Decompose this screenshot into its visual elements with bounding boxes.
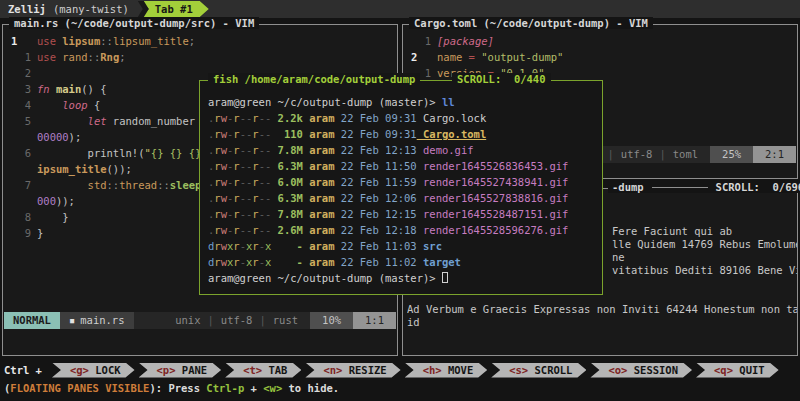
line-number: 6 (7, 145, 31, 161)
prompt-branch: (master)> (379, 272, 442, 284)
keybar-item-scroll[interactable]: <s> SCROLL (491, 363, 586, 378)
shell-output: aram@green ~/c/output-dump (master)> ll.… (200, 81, 602, 286)
bottom-right-pane-title: -dump SCROLL: 0/696 (608, 181, 800, 193)
file-owner: aram (303, 208, 335, 220)
listing-row: .rw-r--r-- 6.3M aram 22 Feb 12:06 render… (208, 190, 602, 206)
cursor-position: 2:1 (753, 146, 796, 163)
file-owner: aram (303, 192, 335, 204)
scroll-indicator: SCROLL: 0/440 (452, 73, 551, 85)
floating-terminal-pane[interactable]: fish /home/aram/code/output-dump SCROLL:… (199, 80, 603, 295)
line-number: 2 (407, 49, 431, 65)
statusbar-fileinfo: unix|utf-8|rust (175, 312, 298, 329)
file-date: 22 Feb 12:18 (335, 224, 417, 236)
listing-row: .rw-r--r-- 2.2k aram 22 Feb 09:31 Cargo.… (208, 110, 602, 126)
border-line (652, 187, 708, 188)
file-name: demo.gif (417, 144, 474, 156)
shell-prompt: aram@green ~/c/output-dump (master)> ll (208, 94, 602, 110)
code-token: fn (37, 83, 56, 95)
modified-icon: ▪ (69, 314, 75, 326)
code-token: main (56, 83, 81, 95)
file-name: target (417, 256, 461, 268)
code-token: { (88, 99, 101, 111)
file-name: render1645527438941.gif (417, 176, 569, 188)
left-pane-title: main.rs (~/code/output-dump/src) - VIM (9, 17, 259, 29)
code-token: println! (37, 147, 138, 159)
file-size: 7.8M (271, 144, 303, 156)
code-token: Rng (100, 51, 119, 63)
output-line: Ad Verbum e Graecis Expressas non Inviti… (407, 303, 797, 316)
prompt-user: aram@green (208, 96, 278, 108)
file-date: 22 Feb 09:31 (335, 112, 417, 124)
code-line: 1use rand::Rng; (7, 49, 397, 65)
file-owner: aram (303, 112, 335, 124)
code-token: )); (56, 195, 75, 207)
file-owner: aram (303, 144, 335, 156)
code-token: ; (119, 51, 125, 63)
vim-mode-indicator: NORMAL (4, 312, 60, 329)
left-vim-statusbar: NORMAL ▪main.rs unix|utf-8|rust 10% 1:1 (4, 312, 396, 329)
file-permissions: .rw-r--r-- (208, 208, 271, 220)
code-token: thread (119, 179, 157, 191)
code-token: "output-dump" (481, 51, 563, 63)
keybar-item-move[interactable]: <h> MOVE (405, 363, 488, 378)
prompt-command: ll (442, 96, 455, 108)
code-line: 1use lipsum::lipsum_title; (7, 33, 397, 49)
file-permissions: .rw-r--r-- (208, 144, 271, 156)
keybar-item-lock[interactable]: <g> LOCK (52, 363, 135, 378)
keybar-key: <h> (423, 364, 448, 376)
keybar-item-tab[interactable]: <t> TAB (225, 363, 301, 378)
statusbar-filename: ▪main.rs (60, 312, 134, 329)
shell-prompt[interactable]: aram@green ~/c/output-dump (master)> (208, 270, 602, 286)
code-token: use (37, 51, 62, 63)
keybar-label: SCROLL (535, 364, 573, 376)
keybar-item-resize[interactable]: <n> RESIZE (305, 363, 400, 378)
code-token: lipsum_title (113, 35, 189, 47)
code-token: [package] (437, 35, 494, 47)
keybar-item-session[interactable]: <o> SESSION (590, 363, 692, 378)
file-size: 6.3M (271, 192, 303, 204)
line-number: 1 (7, 49, 31, 65)
code-token: :: (88, 51, 101, 63)
line-number: 7 (7, 177, 31, 193)
code-token: std (88, 179, 107, 191)
listing-row: .rw-r--r-- 7.8M aram 22 Feb 12:15 render… (208, 206, 602, 222)
prompt-path: ~/c/output-dump (278, 272, 379, 284)
keybar-item-pane[interactable]: <p> PANE (139, 363, 222, 378)
file-permissions: .rw-r--r-- (208, 128, 271, 140)
file-permissions: .rw-r--r-- (208, 176, 271, 188)
keybar-key: <g> (70, 364, 95, 376)
file-date: 22 Feb 09:31 (335, 128, 417, 140)
code-token: let (88, 115, 107, 127)
file-date: 22 Feb 11:50 (335, 160, 417, 172)
file-date: 22 Feb 11:59 (335, 176, 417, 188)
line-number: 1 (7, 33, 31, 49)
file-permissions: .rw-r--r-- (208, 160, 271, 172)
code-token: loop (62, 99, 87, 111)
app-title: Zellij (8, 3, 46, 15)
file-size: - (271, 256, 303, 268)
file-name: src (417, 240, 442, 252)
file-date: 22 Feb 12:06 (335, 192, 417, 204)
line-number: 9 (7, 225, 31, 241)
hint-key-w: <w> (263, 382, 282, 394)
code-token: } (37, 227, 43, 239)
code-token: {} (151, 147, 164, 159)
code-token: () { (81, 83, 106, 95)
keybar-item-quit[interactable]: <q> QUIT (696, 363, 779, 378)
cursor-position: 1:1 (353, 312, 396, 329)
file-permissions: drwxr-xr-x (208, 240, 271, 252)
tab-1[interactable]: Tab #1 (141, 1, 209, 17)
code-token: } (37, 211, 69, 223)
hint-bar: (FLOATING PANES VISIBLE): Press Ctrl-p +… (0, 380, 800, 396)
keybar-key: <n> (323, 364, 348, 376)
prompt-user: aram@green (208, 272, 278, 284)
file-owner: aram (303, 160, 335, 172)
code-token (37, 99, 62, 111)
top-bar: Zellij (many-twist) Tab #1 (0, 0, 800, 18)
listing-row: .rw-r--r-- 110 aram 22 Feb 09:31 Cargo.t… (208, 126, 602, 142)
line-number: 4 (7, 97, 31, 113)
output-line: id (407, 316, 797, 329)
code-token (37, 115, 88, 127)
session-name: (many-twist) (53, 3, 129, 15)
file-date: 22 Feb 11:03 (335, 240, 417, 252)
